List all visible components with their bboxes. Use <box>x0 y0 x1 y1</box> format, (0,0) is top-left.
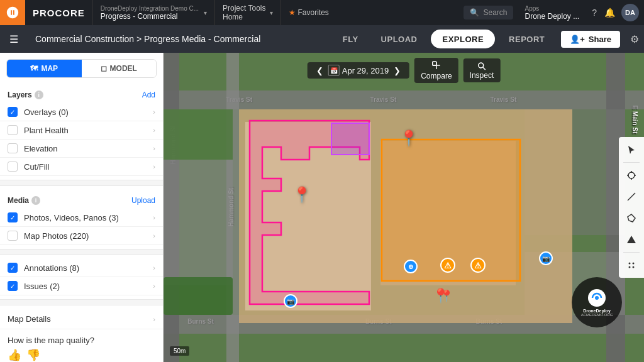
tab-explore[interactable]: EXPLORE <box>431 30 495 48</box>
project-selector[interactable]: DroneDeploy Integration Demo C... Progre… <box>92 0 215 25</box>
right-toolbar <box>619 137 644 278</box>
inspect-button[interactable]: Inspect <box>464 58 501 82</box>
location-tool-button[interactable] <box>621 165 641 185</box>
map-canvas[interactable]: 📍 📍 📷 ⊕ ⚠ ⚠ 📍📍 📷 DroneDeploy ACMEDEMO.OR… <box>164 53 644 362</box>
next-date-button[interactable]: ❯ <box>391 66 403 75</box>
layer-item-photos[interactable]: Photos, Videos, Panos (3) › <box>0 209 163 227</box>
media-header: Media i Upload <box>8 196 155 205</box>
hamburger-icon: ☰ <box>9 33 18 45</box>
map-circle-cross[interactable]: ⊕ <box>404 260 418 273</box>
procore-logo[interactable] <box>0 0 25 25</box>
line-tool-button[interactable] <box>621 187 641 207</box>
thumbs-up-button[interactable]: 👍 <box>8 348 21 362</box>
media-info-icon[interactable]: i <box>31 196 40 205</box>
map-circle-camera-right[interactable]: 📷 <box>539 251 553 265</box>
svg-point-8 <box>628 172 635 178</box>
elevation-label: Elevation <box>24 144 153 153</box>
calendar-icon[interactable]: 📅 <box>328 65 340 76</box>
brand-name: PROCORE <box>25 8 92 18</box>
map-area[interactable]: 📍 📍 📷 ⊕ ⚠ ⚠ 📍📍 📷 DroneDeploy ACMEDEMO.OR… <box>164 53 644 362</box>
map-alert-2[interactable]: ⚠ <box>470 258 486 273</box>
thumbs-container: 👍 👎 <box>8 348 155 362</box>
share-icon: 👤+ <box>570 35 585 44</box>
annotations-label: Annotations (8) <box>24 263 153 273</box>
layers-section: Layers i Add <box>0 84 163 99</box>
dronedeploy-watermark: DroneDeploy ACMEDEMO.ORG <box>572 277 622 327</box>
model-icon: ◻ <box>101 64 107 73</box>
layers-info-icon[interactable]: i <box>35 90 43 99</box>
annotations-checkbox[interactable] <box>8 263 18 273</box>
watermark-brand: DroneDeploy <box>583 309 611 313</box>
layer-item-map-photos[interactable]: Map Photos (220) › <box>0 227 163 245</box>
map-pin-multi[interactable]: 📍📍 <box>432 288 449 304</box>
toolbar-divider-2 <box>623 252 640 253</box>
svg-point-6 <box>479 63 484 68</box>
model-toggle-button[interactable]: ◻ MODEL <box>82 60 157 77</box>
photos-checkbox[interactable] <box>8 212 18 222</box>
map-toolbar: ❮ 📅 Apr 29, 2019 ❯ Compare Inspect <box>308 58 501 83</box>
overlays-label: Overlays (0) <box>24 107 153 117</box>
overlays-chevron: › <box>153 108 155 116</box>
photos-chevron: › <box>153 214 155 221</box>
map-pin-blue-left[interactable]: 📍 <box>292 186 311 204</box>
apps-label: Apps <box>525 5 579 12</box>
cut-fill-checkbox[interactable] <box>8 162 18 172</box>
layer-item-issues[interactable]: Issues (2) › <box>0 277 163 295</box>
layer-item-overlays[interactable]: Overlays (0) › <box>0 103 163 121</box>
menu-button[interactable]: ☰ <box>0 25 28 53</box>
tools-name: Home <box>223 13 265 21</box>
apps-selector[interactable]: Apps Drone Deploy ... <box>518 5 586 21</box>
layer-item-plant-health[interactable]: Plant Health › <box>0 121 163 140</box>
layer-item-elevation[interactable]: Elevation › <box>0 140 163 158</box>
settings-button[interactable]: ⚙ <box>625 33 644 45</box>
map-photos-label: Map Photos (220) <box>24 231 153 241</box>
dots-tool-button[interactable] <box>621 255 641 275</box>
prev-date-button[interactable]: ❮ <box>314 66 326 75</box>
tools-selector[interactable]: Project Tools Home ▾ <box>215 0 280 25</box>
svg-line-7 <box>483 67 486 70</box>
date-navigation: ❮ 📅 Apr 29, 2019 ❯ <box>308 62 409 79</box>
project-label: DroneDeploy Integration Demo C... <box>101 5 199 12</box>
compare-button[interactable]: Compare <box>414 58 458 83</box>
media-title: Media i <box>8 196 40 205</box>
thumbs-down-button[interactable]: 👎 <box>26 348 40 362</box>
overlays-checkbox[interactable] <box>8 107 18 117</box>
map-toggle-button[interactable]: 🗺 MAP <box>7 60 82 77</box>
layers-add-button[interactable]: Add <box>142 90 155 99</box>
map-alert-1[interactable]: ⚠ <box>440 258 455 273</box>
issues-checkbox[interactable] <box>8 281 18 291</box>
apps-name: Drone Deploy ... <box>525 12 579 21</box>
layer-item-annotations[interactable]: Annotations (8) › <box>0 259 163 277</box>
tab-fly[interactable]: FLY <box>331 25 370 53</box>
user-avatar[interactable]: DA <box>621 4 639 21</box>
tab-report[interactable]: REPORT <box>497 25 556 53</box>
map-details-item[interactable]: Map Details › <box>0 309 163 329</box>
elevation-checkbox[interactable] <box>8 143 18 153</box>
search-label: Search <box>483 8 507 17</box>
svg-rect-5 <box>433 62 436 65</box>
layers-title: Layers i <box>8 90 43 99</box>
layer-item-cut-fill[interactable]: Cut/Fill › <box>0 158 163 176</box>
map-photos-chevron: › <box>153 232 155 239</box>
breadcrumb: Commercial Construction > Progress Media… <box>28 34 331 44</box>
svg-point-16 <box>629 263 631 265</box>
map-circle-blue[interactable]: 📷 <box>284 294 297 308</box>
plant-health-checkbox[interactable] <box>8 125 18 135</box>
project-name: Progress - Commercial <box>101 12 199 21</box>
watermark-sub: ACMEDEMO.ORG <box>581 313 613 317</box>
favorites-link[interactable]: ★ Favorites <box>281 8 336 17</box>
map-pin-orange[interactable]: 📍 <box>399 129 418 147</box>
share-button[interactable]: 👤+ Share <box>561 31 620 48</box>
search-button[interactable]: 🔍 Search <box>464 6 513 19</box>
scale-bar: 50m <box>170 346 189 356</box>
help-icon[interactable]: ? <box>592 8 597 18</box>
tab-upload[interactable]: UPLOAD <box>370 25 429 53</box>
map-photos-checkbox[interactable] <box>8 231 18 241</box>
mountain-tool-button[interactable] <box>621 229 641 250</box>
area-tool-button[interactable] <box>621 208 641 228</box>
cut-fill-label: Cut/Fill <box>24 162 153 172</box>
top-nav: PROCORE DroneDeploy Integration Demo C..… <box>0 0 644 25</box>
notification-icon[interactable]: 🔔 <box>604 8 615 18</box>
media-upload-button[interactable]: Upload <box>131 196 155 205</box>
cursor-tool-button[interactable] <box>621 140 641 160</box>
